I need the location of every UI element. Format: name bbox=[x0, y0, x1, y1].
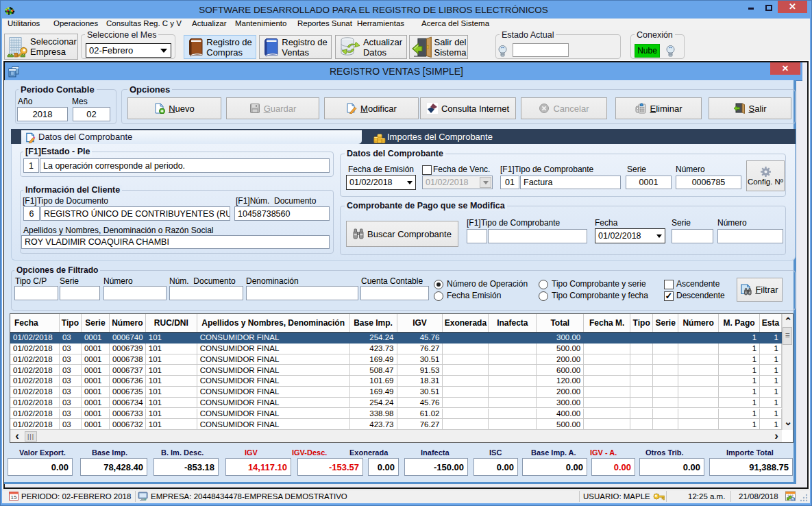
svg-text:15: 15 bbox=[11, 494, 17, 501]
